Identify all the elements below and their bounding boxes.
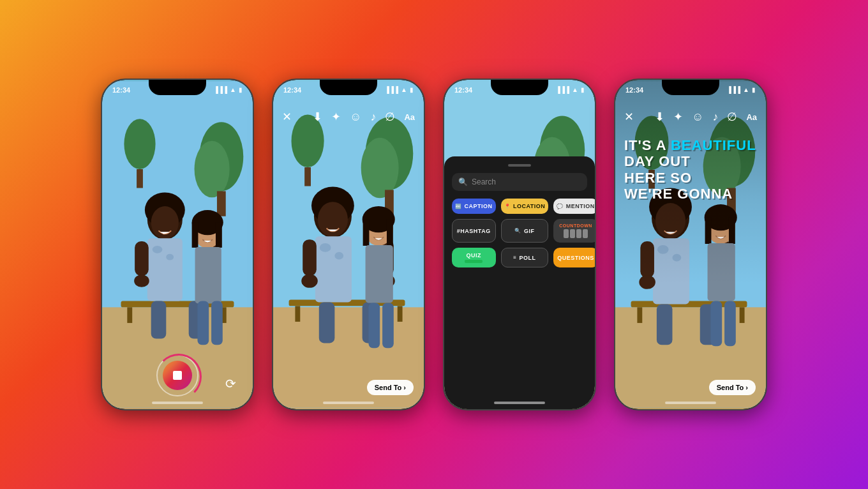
toolbar-4: ✕ ⬇ ✦ ☺ ♪ ∅ Aa (615, 103, 766, 131)
battery-icon-4: ▮ (752, 86, 756, 93)
countdown-bars (564, 229, 588, 238)
sticker-questions[interactable]: QUESTIONS (553, 248, 595, 267)
svg-point-44 (334, 252, 343, 260)
svg-rect-49 (319, 302, 335, 343)
quiz-label: QUIZ (467, 252, 482, 259)
svg-point-15 (166, 254, 174, 260)
caption-highlight: BEAUTIFUL (671, 137, 756, 153)
camera-flip-button[interactable]: ⟳ (221, 374, 240, 393)
send-to-arrow-2: › (403, 384, 406, 391)
svg-rect-6 (137, 169, 143, 188)
phone-3-wrapper: 12:34 ▐▐▐ ▲ ▮ 🔍 Search 🔤 CA (443, 79, 596, 410)
close-button-4[interactable]: ✕ (624, 110, 634, 124)
signal-icon-3: ▐▐▐ (556, 86, 569, 93)
sticker-search-bar[interactable]: 🔍 Search (452, 173, 587, 191)
svg-rect-16 (135, 241, 149, 276)
sticker-poll[interactable]: ≡ POLL (501, 248, 549, 267)
svg-rect-102 (710, 301, 722, 347)
sticker-countdown[interactable]: COUNTDOWN (553, 219, 595, 243)
status-bar-3: 12:34 ▐▐▐ ▲ ▮ (444, 80, 595, 103)
sticker-mention[interactable]: 💬 MENTION (553, 199, 595, 214)
location-label: LOCATION (513, 203, 545, 209)
download-button-2[interactable]: ⬇ (313, 110, 322, 124)
mute-button-4[interactable]: ∅ (727, 110, 737, 124)
svg-rect-20 (151, 301, 167, 339)
sticker-gif[interactable]: 🔍 GIF (501, 219, 549, 243)
svg-point-5 (124, 119, 155, 169)
wifi-icon-3: ▲ (572, 86, 578, 93)
search-icon: 🔍 (458, 177, 468, 186)
text-button-4[interactable]: Aa (746, 112, 757, 122)
emoji-button-2[interactable]: ☺ (350, 110, 361, 124)
svg-rect-53 (363, 220, 370, 246)
poll-icon: ≡ (513, 255, 516, 260)
svg-rect-24 (192, 223, 198, 248)
gif-search-icon: 🔍 (514, 228, 521, 234)
phone-4: 12:34 ▐▐▐ ▲ ▮ ✕ ⬇ ✦ ☺ ♪ ∅ Aa (614, 79, 767, 410)
svg-rect-8 (127, 307, 132, 323)
sound-button-4[interactable]: ♪ (712, 110, 718, 124)
record-outer-ring (156, 354, 198, 396)
phone-2: 12:34 ▐▐▐ ▲ ▮ ✕ ⬇ ✦ ☺ ♪ ∅ Aa (272, 79, 425, 410)
sticker-caption[interactable]: 🔤 CAPTION (452, 199, 496, 214)
svg-rect-84 (740, 307, 745, 323)
wifi-icon-1: ▲ (230, 86, 236, 93)
mute-button-2[interactable]: ∅ (385, 110, 395, 124)
mention-label: MENTION (566, 203, 595, 209)
sound-button-2[interactable]: ♪ (370, 110, 376, 124)
download-button-4[interactable]: ⬇ (655, 110, 664, 124)
svg-rect-83 (637, 307, 642, 323)
signal-icon-4: ▐▐▐ (727, 86, 740, 93)
caption-text: IT'S A BEAUTIFUL DAY OUT HERE SO WE'RE G… (624, 137, 757, 202)
caption-label: CAPTION (465, 203, 493, 209)
status-icons-4: ▐▐▐ ▲ ▮ (727, 86, 756, 93)
status-time-2: 12:34 (283, 86, 301, 94)
send-to-button-2[interactable]: Send To › (367, 380, 414, 395)
caption-icon: 🔤 (455, 204, 462, 209)
signal-icon-2: ▐▐▐ (385, 86, 398, 93)
svg-point-47 (301, 274, 318, 288)
battery-icon-3: ▮ (581, 86, 585, 93)
sparkles-button-4[interactable]: ✦ (673, 110, 683, 124)
close-button-2[interactable]: ✕ (282, 110, 292, 124)
hashtag-label: #HASHTAG (457, 228, 491, 234)
svg-point-32 (361, 138, 399, 198)
svg-rect-38 (398, 306, 403, 322)
sticker-location[interactable]: 📍 LOCATION (501, 199, 549, 214)
status-icons-2: ▐▐▐ ▲ ▮ (385, 86, 414, 93)
location-icon: 📍 (504, 204, 511, 209)
countdown-label: COUNTDOWN (559, 223, 592, 228)
svg-rect-103 (724, 301, 736, 347)
phone-4-screen: 12:34 ▐▐▐ ▲ ▮ ✕ ⬇ ✦ ☺ ♪ ∅ Aa (615, 80, 766, 409)
send-to-arrow-4: › (745, 384, 748, 391)
status-icons-1: ▐▐▐ ▲ ▮ (214, 86, 243, 93)
wifi-icon-4: ▲ (743, 86, 749, 93)
panel-handle (508, 164, 531, 167)
send-to-button-4[interactable]: Send To › (709, 380, 756, 395)
svg-rect-4 (217, 191, 226, 216)
sticker-quiz[interactable]: QUIZ (452, 248, 496, 267)
sticker-hashtag[interactable]: #HASHTAG (452, 219, 496, 243)
send-to-label-2: Send To (375, 384, 402, 391)
poll-label: POLL (520, 255, 536, 261)
svg-rect-95 (657, 304, 673, 345)
toolbar-right-4: ⬇ ✦ ☺ ♪ ∅ Aa (655, 110, 757, 124)
svg-rect-13 (147, 238, 183, 301)
status-icons-3: ▐▐▐ ▲ ▮ (556, 86, 585, 93)
phone-3-screen: 12:34 ▐▐▐ ▲ ▮ 🔍 Search 🔤 CA (444, 80, 595, 409)
emoji-button-4[interactable]: ☺ (692, 110, 703, 124)
text-button-2[interactable]: Aa (404, 112, 415, 122)
svg-point-14 (153, 246, 163, 253)
toolbar-2: ✕ ⬇ ✦ ☺ ♪ ∅ Aa (273, 103, 424, 131)
signal-icon-1: ▐▐▐ (214, 86, 227, 93)
status-bar-2: 12:34 ▐▐▐ ▲ ▮ (273, 80, 424, 103)
phone-1: 12:34 ▐▐▐ ▲ ▮ ⟳ (101, 79, 254, 410)
svg-rect-55 (366, 245, 393, 303)
svg-rect-56 (368, 303, 380, 348)
svg-rect-27 (197, 301, 209, 345)
record-button[interactable] (155, 353, 200, 398)
phone-3: 12:34 ▐▐▐ ▲ ▮ 🔍 Search 🔤 CA (443, 79, 596, 410)
sparkles-button-2[interactable]: ✦ (331, 110, 341, 124)
caption-overlay: IT'S A BEAUTIFUL DAY OUT HERE SO WE'RE G… (624, 137, 757, 202)
sticker-panel: 🔍 Search 🔤 CAPTION 📍 LOCATION 💬 (444, 156, 595, 409)
